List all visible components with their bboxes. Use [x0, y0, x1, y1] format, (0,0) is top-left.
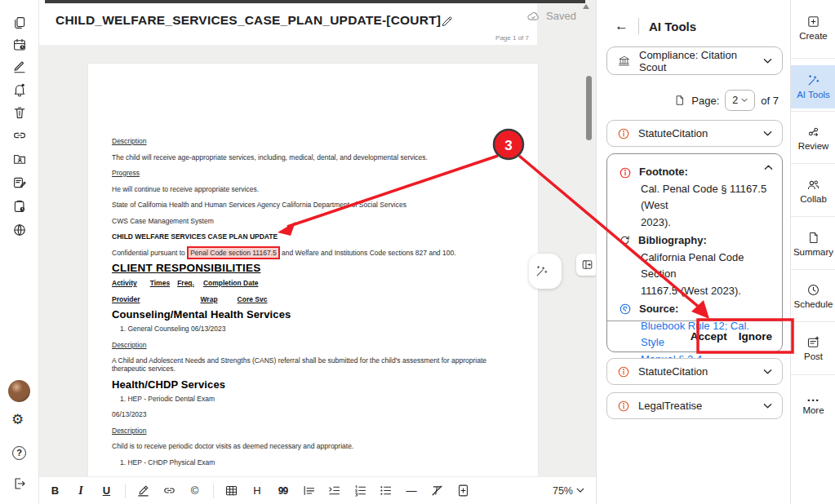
- globe-icon[interactable]: [12, 223, 27, 237]
- rail-item-review[interactable]: Review: [791, 125, 835, 151]
- link-button[interactable]: [162, 483, 177, 498]
- page-select[interactable]: 2: [725, 90, 755, 111]
- heading-button[interactable]: H: [250, 483, 265, 498]
- rename-pencil-icon[interactable]: [441, 15, 454, 28]
- blockquote-button[interactable]: 99: [275, 483, 291, 498]
- indent-button[interactable]: [326, 483, 342, 498]
- rail-item-more[interactable]: ... More: [791, 391, 835, 415]
- document-signature-icon[interactable]: [12, 175, 27, 190]
- rail-divider: [791, 269, 835, 270]
- col-core-svc: Core Svc: [238, 295, 268, 303]
- insert-page-button[interactable]: [455, 483, 471, 498]
- align-left-button[interactable]: [301, 483, 317, 498]
- footnote-text-line: 2023).: [641, 214, 772, 232]
- col-activity: Activity: [112, 279, 137, 287]
- rail-item-summary[interactable]: Summary: [791, 231, 835, 257]
- citation-accordion-statute-1[interactable]: StatuteCitation: [606, 120, 783, 147]
- user-avatar[interactable]: [8, 380, 30, 402]
- bank-compliance-icon: [617, 55, 631, 68]
- top-edge-strip: [45, 0, 585, 3]
- italic-button[interactable]: I: [73, 483, 89, 498]
- rail-label: Collab: [791, 194, 835, 204]
- underline-button[interactable]: U: [99, 483, 114, 498]
- citation-accordion-statute-2[interactable]: StatuteCitation: [606, 358, 783, 385]
- doc-line: Description: [112, 137, 518, 145]
- rail-item-schedule[interactable]: Schedule: [791, 283, 835, 309]
- horizontal-rule-button[interactable]: —: [404, 483, 420, 498]
- zoom-level: 75%: [553, 485, 573, 497]
- clipboard-clock-icon[interactable]: [12, 199, 27, 214]
- info-circle-icon: [617, 400, 630, 413]
- doc-list-item: 1. HEP - Periodic Dental Exam: [112, 395, 518, 403]
- document-page: Description The child will receive age-a…: [88, 64, 538, 504]
- citation-accordion-label: StatuteCitation: [638, 127, 708, 139]
- clear-format-button[interactable]: [429, 483, 445, 498]
- panel-toggle-icon: [581, 259, 593, 271]
- chevron-down-icon: [741, 98, 748, 103]
- ignore-button[interactable]: Ignore: [739, 330, 772, 343]
- accept-button[interactable]: Accept: [691, 330, 727, 343]
- copyright-button[interactable]: ©: [187, 483, 202, 498]
- bullet-list-button[interactable]: [378, 483, 393, 498]
- doc-list-item: 1. General Counseling 06/13/2023: [112, 325, 518, 333]
- rail-label: Review: [791, 141, 835, 151]
- flagged-citation-highlight[interactable]: Penal Code section 11167.5: [187, 246, 280, 259]
- compliance-selector-label: Compliance: Citation Scout: [639, 49, 763, 73]
- ordered-list-button[interactable]: [353, 483, 368, 498]
- edit-pencil-icon[interactable]: [12, 60, 27, 74]
- document-content: Description The child will receive age-a…: [88, 64, 538, 466]
- compliance-selector[interactable]: Compliance: Citation Scout: [606, 46, 783, 75]
- collapse-panel-button[interactable]: [576, 254, 598, 276]
- help-icon[interactable]: ?: [12, 446, 26, 460]
- highlight-button[interactable]: [135, 483, 151, 498]
- scrollbar-thumb[interactable]: [586, 76, 592, 140]
- col-completion-date: Completion Date: [203, 279, 259, 287]
- table-button[interactable]: [224, 483, 239, 498]
- logout-icon[interactable]: [12, 476, 27, 491]
- rail-item-collab[interactable]: Collab: [791, 178, 835, 204]
- col-provider: Provider: [112, 295, 140, 303]
- back-arrow-icon[interactable]: ←: [615, 18, 628, 34]
- rail-label: Summary: [791, 247, 835, 257]
- folder-user-icon[interactable]: [12, 152, 27, 166]
- rail-item-ai-tools[interactable]: AI Tools: [791, 73, 835, 99]
- scrollbar-up-arrow[interactable]: [583, 4, 589, 9]
- bold-button[interactable]: B: [47, 483, 63, 498]
- rail-item-post[interactable]: Post: [791, 335, 835, 361]
- chevron-down-icon: [763, 58, 772, 64]
- chevron-down-icon: [763, 369, 772, 375]
- panel-title: AI Tools: [649, 20, 696, 33]
- collab-people-icon: [791, 178, 835, 192]
- toolbar-divider: [125, 484, 126, 498]
- card-actions: Accept Ignore: [607, 321, 782, 351]
- doc-line: Description: [112, 427, 518, 435]
- settings-gear-icon[interactable]: ⚙: [11, 413, 24, 427]
- rail-item-create[interactable]: Create: [791, 15, 835, 41]
- doc-table-header: ProviderWrapCore Svc: [112, 295, 518, 303]
- info-circle-icon: [617, 127, 630, 140]
- doc-heading-client-responsibilities: CLIENT RESPONSIBILITIES: [112, 264, 518, 272]
- rail-label: Post: [791, 351, 835, 361]
- citation-accordion-treatise[interactable]: LegalTreatise: [606, 392, 783, 419]
- footnote-label: Footnote:: [639, 164, 688, 181]
- col-wrap: Wrap: [201, 295, 218, 303]
- zoom-control[interactable]: 75%: [553, 485, 584, 497]
- doc-line: A Child and Adolescent Needs and Strengt…: [112, 356, 518, 373]
- notification-bell-icon[interactable]: [12, 82, 27, 97]
- doc-line: Progress: [112, 169, 518, 177]
- trash-icon[interactable]: [12, 105, 27, 120]
- page-indicator: Page 1 of 7: [495, 34, 529, 42]
- doc-line: Description: [112, 341, 518, 349]
- copy-document-icon[interactable]: [12, 15, 27, 30]
- ai-wand-floating-button[interactable]: [529, 254, 562, 289]
- page-label: Page:: [691, 95, 719, 107]
- doc-table-header: ActivityTimesFreq.Completion Date: [112, 279, 518, 287]
- confidential-prefix: Confidential pursuant to: [112, 249, 187, 257]
- calendar-clock-icon[interactable]: [12, 38, 27, 52]
- chevron-up-icon[interactable]: [764, 164, 773, 170]
- doc-line-confidential: Confidential pursuant to Penal Code sect…: [112, 249, 518, 257]
- link-icon[interactable]: [12, 128, 27, 143]
- chevron-down-icon: [763, 130, 772, 137]
- doc-line: The child will receive age-appropriate s…: [112, 153, 518, 161]
- rail-divider: [791, 111, 835, 112]
